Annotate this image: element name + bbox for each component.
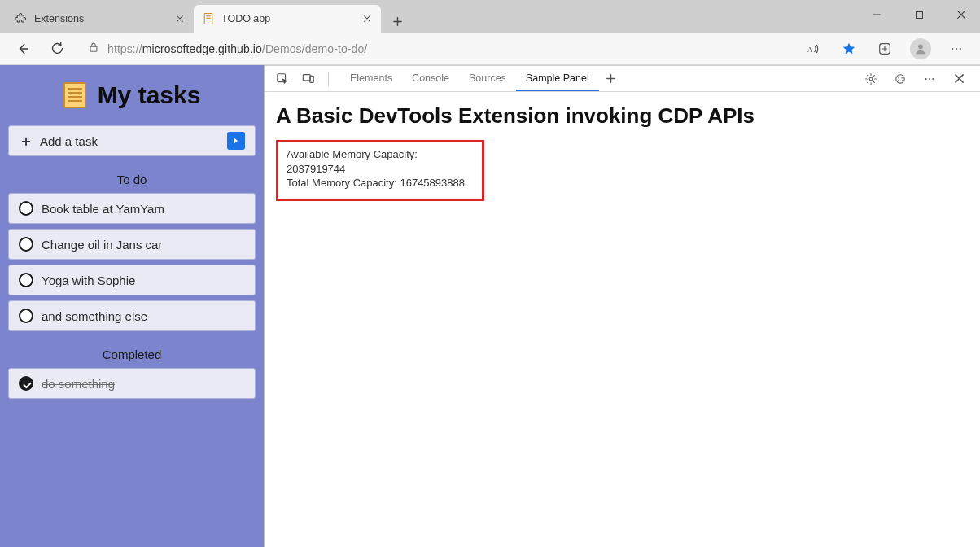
available-memory-row: Available Memory Capacity: 2037919744: [287, 147, 474, 176]
svg-point-9: [952, 47, 953, 49]
refresh-button[interactable]: [46, 37, 68, 60]
tab-strip: Extensions TODO app: [0, 0, 980, 33]
svg-point-15: [869, 77, 873, 81]
task-item[interactable]: Change oil in Jans car: [8, 229, 256, 260]
checkbox-icon[interactable]: [19, 273, 33, 287]
todo-app: My tasks ＋ Add a task To do Book table a…: [0, 65, 265, 547]
devtools-tab-sample-panel[interactable]: Sample Panel: [516, 66, 599, 91]
app-title-row: My tasks: [8, 81, 256, 109]
svg-point-11: [960, 47, 961, 49]
task-label: Book table at YamYam: [42, 202, 164, 216]
svg-point-19: [925, 78, 927, 80]
task-label: do something: [42, 377, 115, 391]
url-domain: microsoftedge.github.io: [142, 42, 262, 55]
svg-rect-0: [204, 14, 212, 24]
extension-icon: [15, 12, 28, 25]
devtools-close-button[interactable]: [947, 73, 970, 84]
panel-heading: A Basic DevTools Extension invoking CDP …: [276, 103, 969, 129]
svg-point-8: [918, 44, 923, 49]
devtools-tabbar: Elements Console Sources Sample Panel: [265, 66, 980, 92]
document-icon: [202, 12, 215, 25]
lock-icon: [88, 42, 99, 56]
devtools-add-tab-button[interactable]: [599, 66, 623, 91]
browser-toolbar: https://microsoftedge.github.io/Demos/de…: [0, 33, 980, 65]
favorite-button[interactable]: [837, 37, 861, 61]
app-title: My tasks: [98, 81, 201, 109]
add-task-input[interactable]: ＋ Add a task: [8, 125, 256, 156]
minimize-button[interactable]: [863, 3, 890, 26]
close-icon[interactable]: [174, 13, 186, 24]
devtools-tab-sources[interactable]: Sources: [459, 66, 516, 91]
task-item[interactable]: Yoga with Sophie: [8, 265, 256, 295]
device-toolbar-button[interactable]: [297, 72, 320, 85]
task-item-done[interactable]: do something: [8, 368, 256, 399]
total-memory-value: 16745893888: [400, 177, 465, 189]
inspect-element-button[interactable]: [271, 72, 294, 85]
close-icon[interactable]: [361, 13, 373, 24]
svg-rect-12: [278, 73, 286, 81]
task-label: Yoga with Sophie: [42, 274, 135, 287]
task-label: Change oil in Jans car: [42, 238, 162, 252]
profile-button[interactable]: [908, 37, 933, 61]
task-label: and something else: [42, 309, 147, 323]
svg-point-16: [896, 74, 904, 82]
available-memory-value: 2037919744: [287, 163, 345, 175]
completed-section-label: Completed: [8, 348, 256, 361]
add-task-placeholder: Add a task: [40, 134, 98, 148]
address-bar[interactable]: https://microsoftedge.github.io/Demos/de…: [80, 36, 790, 62]
devtools-panel-body: A Basic DevTools Extension invoking CDP …: [265, 92, 980, 212]
read-aloud-button[interactable]: A: [801, 37, 825, 61]
devtools-feedback-button[interactable]: [889, 72, 912, 85]
svg-point-18: [901, 77, 902, 78]
total-memory-row: Total Memory Capacity: 16745893888: [287, 176, 474, 190]
url-path: /Demos/demo-to-do/: [262, 42, 367, 55]
tab-title: Extensions: [34, 13, 168, 24]
svg-text:A: A: [807, 45, 813, 53]
svg-point-20: [929, 78, 930, 80]
task-item[interactable]: and something else: [8, 300, 256, 331]
devtools-settings-button[interactable]: [860, 72, 882, 85]
separator: [328, 72, 329, 86]
todo-section-label: To do: [8, 173, 256, 186]
back-button[interactable]: [11, 37, 34, 60]
more-button[interactable]: [944, 37, 969, 61]
browser-tab-extensions[interactable]: Extensions: [7, 5, 194, 33]
tab-title: TODO app: [221, 13, 355, 24]
submit-task-button[interactable]: [227, 132, 245, 150]
checkbox-icon[interactable]: [19, 237, 33, 252]
task-item[interactable]: Book table at YamYam: [8, 193, 256, 224]
devtools-more-button[interactable]: [918, 73, 941, 85]
devtools-pane: Elements Console Sources Sample Panel: [265, 65, 980, 547]
checkbox-icon[interactable]: [19, 309, 33, 323]
svg-point-21: [932, 78, 934, 80]
new-tab-button[interactable]: [386, 10, 409, 33]
svg-point-10: [956, 47, 957, 49]
checkbox-icon[interactable]: [19, 201, 33, 216]
svg-rect-4: [916, 11, 922, 18]
svg-rect-5: [90, 46, 97, 51]
available-memory-label: Available Memory Capacity:: [287, 148, 418, 160]
browser-tab-todo[interactable]: TODO app: [194, 5, 381, 33]
maximize-button[interactable]: [905, 3, 933, 26]
svg-rect-13: [303, 74, 310, 80]
plus-icon: ＋: [19, 131, 33, 151]
checkbox-checked-icon[interactable]: [19, 376, 33, 391]
devtools-tab-console[interactable]: Console: [402, 66, 459, 91]
collections-button[interactable]: [873, 37, 897, 61]
close-window-button[interactable]: [947, 3, 975, 26]
total-memory-label: Total Memory Capacity:: [287, 177, 397, 189]
memory-info-box: Available Memory Capacity: 2037919744 To…: [276, 140, 484, 201]
browser-chrome: Extensions TODO app: [0, 0, 980, 65]
devtools-tab-elements[interactable]: Elements: [340, 66, 402, 91]
url-prefix: https://: [107, 42, 142, 55]
svg-point-17: [898, 77, 899, 78]
window-controls: [863, 3, 975, 26]
url-text: https://microsoftedge.github.io/Demos/de…: [107, 42, 367, 55]
avatar-icon: [910, 38, 931, 59]
content-area: My tasks ＋ Add a task To do Book table a…: [0, 65, 980, 547]
notepad-icon: [63, 82, 86, 108]
